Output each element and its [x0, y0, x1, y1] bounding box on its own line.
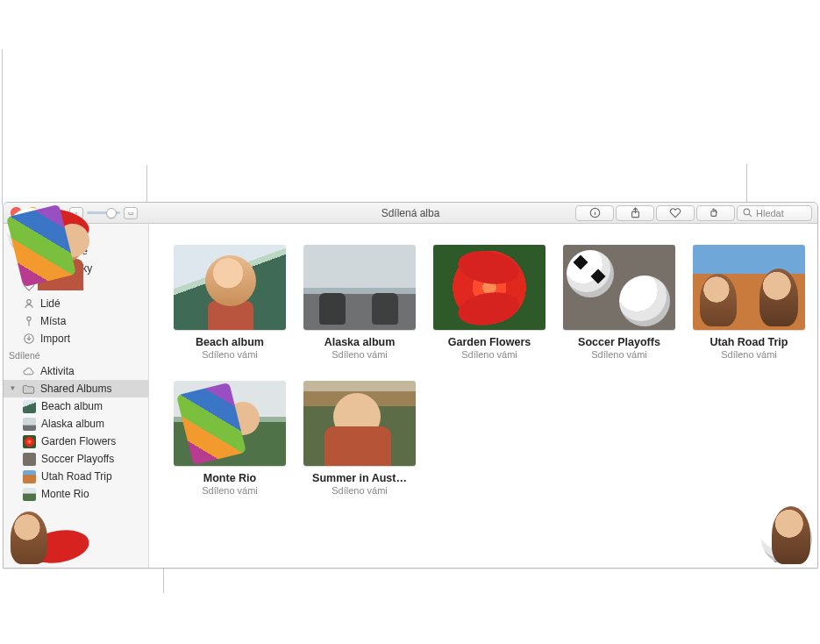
title-bar: ▫ ▭ Sdílená alba [4, 203, 817, 224]
favorite-button[interactable] [656, 205, 695, 221]
album-thumb-icon [23, 435, 36, 448]
album-cover [174, 381, 286, 466]
info-icon [589, 207, 601, 218]
callout-line [2, 49, 3, 205]
share-button[interactable] [616, 205, 654, 221]
sidebar-item-label: Garden Flowers [41, 434, 116, 448]
sidebar-item-label: Aktivita [40, 364, 75, 378]
sidebar-item-label: Místa [40, 314, 66, 328]
rotate-button[interactable] [696, 205, 735, 221]
sidebar-item-places[interactable]: Místa [4, 312, 148, 330]
album-cover [174, 245, 286, 330]
album-thumb-icon [23, 470, 36, 483]
sidebar-item-label: Monte Rio [41, 487, 89, 501]
album-subtitle: Sdíleno vámi [461, 349, 517, 360]
sidebar-album-garden[interactable]: Garden Flowers [4, 433, 148, 450]
svg-rect-4 [711, 211, 717, 217]
album-subtitle: Sdíleno vámi [332, 485, 388, 496]
album-cover [303, 245, 416, 330]
sidebar-item-label: Import [40, 332, 70, 346]
album-title: Soccer Playoffs [578, 336, 660, 348]
album-thumb-icon [23, 453, 36, 466]
svg-point-5 [744, 209, 750, 215]
sidebar-group-shared: Sdílené [4, 347, 148, 362]
album-title: Utah Road Trip [710, 336, 788, 348]
svg-line-6 [749, 214, 752, 217]
import-icon [22, 333, 35, 346]
app-window: ▫ ▭ Sdílená alba [3, 202, 818, 569]
album-thumb-icon [23, 418, 36, 431]
album-cover [433, 245, 545, 330]
sidebar-item-shared-albums[interactable]: ▼ Shared Albums [4, 380, 148, 397]
album-tile[interactable]: Garden Flowers Sdíleno vámi [433, 245, 545, 360]
svg-point-10 [26, 300, 30, 304]
sidebar-item-label: Lidé [40, 297, 61, 311]
heart-icon [669, 207, 681, 218]
info-button[interactable] [575, 205, 614, 221]
svg-point-11 [26, 317, 30, 320]
sidebar-item-import[interactable]: Import [4, 330, 148, 347]
album-thumb-icon [23, 400, 36, 413]
cloud-icon [22, 365, 35, 378]
people-icon [22, 297, 35, 311]
album-tile[interactable]: Monte Rio Sdíleno vámi [174, 381, 286, 496]
sidebar-item-label: Alaska album [41, 417, 104, 431]
svg-point-2 [595, 210, 595, 211]
search-icon [743, 208, 752, 218]
sidebar-album-alaska[interactable]: Alaska album [4, 415, 148, 433]
search-field[interactable]: Hledat [737, 205, 812, 221]
album-title: Summer in Aust… [312, 472, 407, 484]
album-title: Beach album [196, 336, 264, 348]
sidebar-item-label: Beach album [41, 399, 103, 413]
chevron-down-icon[interactable]: ▼ [9, 382, 17, 396]
zoom-slider-knob[interactable] [106, 208, 117, 218]
album-tile[interactable]: Alaska album Sdíleno vámi [303, 245, 416, 360]
album-subtitle: Sdíleno vámi [332, 349, 388, 360]
album-subtitle: Sdíleno vámi [202, 485, 258, 496]
album-subtitle: Sdíleno vámi [591, 349, 647, 360]
sidebar-album-soccer[interactable]: Soccer Playoffs [4, 450, 148, 468]
sidebar-item-label: Soccer Playoffs [41, 452, 114, 466]
album-tile[interactable]: Beach album Sdíleno vámi [174, 245, 286, 360]
sidebar: Knihovna Fotografie Vzpomínky [4, 224, 149, 568]
sidebar-item-activity[interactable]: Aktivita [4, 362, 148, 380]
sidebar-album-beach[interactable]: Beach album [4, 397, 148, 415]
rotate-icon [709, 207, 722, 218]
sidebar-item-label: Shared Albums [40, 382, 111, 396]
share-icon [630, 207, 641, 218]
album-subtitle: Sdíleno vámi [202, 349, 258, 360]
zoom-large-icon: ▭ [124, 207, 138, 219]
album-title: Monte Rio [203, 472, 256, 484]
sidebar-item-label: Utah Road Trip [41, 469, 112, 483]
main-content: Beach album Sdíleno vámi Alaska album Sd… [149, 224, 817, 568]
pin-icon [22, 315, 35, 328]
sidebar-album-utah[interactable]: Utah Road Trip [4, 468, 148, 485]
album-tile[interactable]: Soccer Playoffs Sdíleno vámi [563, 245, 675, 360]
album-thumb-icon [23, 488, 36, 501]
album-tile[interactable]: Summer in Aust… Sdíleno vámi [303, 381, 416, 496]
album-cover [693, 245, 805, 330]
album-tile[interactable]: Utah Road Trip Sdíleno vámi [693, 245, 805, 360]
album-title: Alaska album [324, 336, 396, 348]
sidebar-album-monte[interactable]: Monte Rio [4, 485, 148, 503]
folder-icon [22, 383, 35, 396]
album-subtitle: Sdíleno vámi [721, 349, 777, 360]
album-cover [563, 245, 675, 330]
search-placeholder: Hledat [756, 208, 784, 218]
album-grid: Beach album Sdíleno vámi Alaska album Sd… [174, 245, 809, 496]
album-cover [303, 381, 416, 466]
album-title: Garden Flowers [448, 336, 531, 348]
sidebar-item-people[interactable]: Lidé [4, 295, 148, 312]
